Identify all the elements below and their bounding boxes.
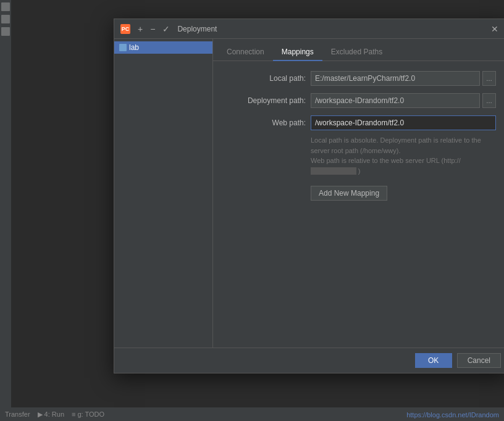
pc-icon: PC bbox=[120, 24, 130, 34]
web-path-row: Web path: bbox=[225, 115, 496, 130]
status-run: ▶ 4: Run bbox=[38, 411, 64, 419]
ide-sidebar bbox=[0, 0, 11, 421]
dialog-body: lab Connection Mappings Excluded Paths L… bbox=[114, 39, 504, 348]
tab-connection[interactable]: Connection bbox=[218, 44, 273, 61]
local-path-input[interactable] bbox=[311, 71, 480, 86]
web-path-input[interactable] bbox=[311, 115, 496, 130]
local-path-input-wrapper: … bbox=[311, 71, 496, 86]
tree-item-icon bbox=[119, 44, 127, 51]
deployment-path-browse-button[interactable]: … bbox=[482, 93, 496, 108]
web-path-input-wrapper bbox=[311, 115, 496, 130]
dialog-toolbar: + − ✓ bbox=[135, 23, 172, 35]
dialog-title: Deployment bbox=[177, 25, 217, 33]
cancel-button[interactable]: Cancel bbox=[457, 353, 501, 368]
tab-excluded-paths[interactable]: Excluded Paths bbox=[322, 44, 391, 61]
ok-button[interactable]: OK bbox=[415, 353, 452, 368]
remove-button[interactable]: − bbox=[148, 23, 158, 35]
close-button[interactable]: ✕ bbox=[487, 23, 502, 35]
local-path-browse-button[interactable]: … bbox=[482, 71, 496, 86]
hint-line1: Local path is absolute. Deployment path … bbox=[311, 135, 496, 156]
tree-item-lab[interactable]: lab bbox=[114, 41, 212, 54]
local-path-row: Local path: … bbox=[225, 71, 496, 86]
add-button[interactable]: + bbox=[135, 23, 145, 35]
sidebar-icon-3 bbox=[1, 27, 10, 36]
tree-panel: lab bbox=[114, 39, 213, 348]
sidebar-icon-1 bbox=[1, 2, 10, 11]
status-bar-items: Transfer ▶ 4: Run ≡ g: TODO https://blog… bbox=[5, 411, 499, 419]
status-todo: ≡ g: TODO bbox=[72, 411, 104, 418]
hint-line2: Web path is relative to the web server U… bbox=[311, 156, 496, 176]
hint-text: Local path is absolute. Deployment path … bbox=[225, 135, 496, 176]
content-panel: Connection Mappings Excluded Paths Local… bbox=[213, 39, 504, 348]
deployment-dialog: PC + − ✓ Deployment ✕ lab bbox=[114, 19, 504, 373]
form-area: Local path: … Deployment path: … bbox=[213, 61, 504, 210]
deployment-path-row: Deployment path: … bbox=[225, 93, 496, 108]
deployment-path-input-wrapper: … bbox=[311, 93, 496, 108]
deployment-path-input[interactable] bbox=[311, 93, 480, 108]
tabs: Connection Mappings Excluded Paths bbox=[213, 39, 504, 61]
check-button[interactable]: ✓ bbox=[160, 23, 172, 35]
tab-mappings[interactable]: Mappings bbox=[273, 44, 322, 61]
sidebar-icon-2 bbox=[1, 15, 10, 23]
deployment-path-label: Deployment path: bbox=[225, 96, 306, 105]
dialog-titlebar: PC + − ✓ Deployment ✕ bbox=[114, 19, 504, 39]
web-path-label: Web path: bbox=[225, 119, 306, 127]
hint-url-blurred bbox=[311, 167, 356, 175]
overlay: PC + − ✓ Deployment ✕ lab bbox=[0, 0, 504, 421]
status-transfer: Transfer bbox=[5, 411, 30, 418]
local-path-label: Local path: bbox=[225, 74, 306, 83]
dialog-title-left: PC + − ✓ Deployment bbox=[120, 23, 217, 35]
status-bar: Transfer ▶ 4: Run ≡ g: TODO https://blog… bbox=[0, 407, 504, 421]
csdn-url[interactable]: https://blog.csdn.net/IDrandom bbox=[401, 409, 504, 421]
dialog-footer: OK Cancel bbox=[114, 348, 504, 373]
add-new-mapping-button[interactable]: Add New Mapping bbox=[311, 186, 387, 201]
